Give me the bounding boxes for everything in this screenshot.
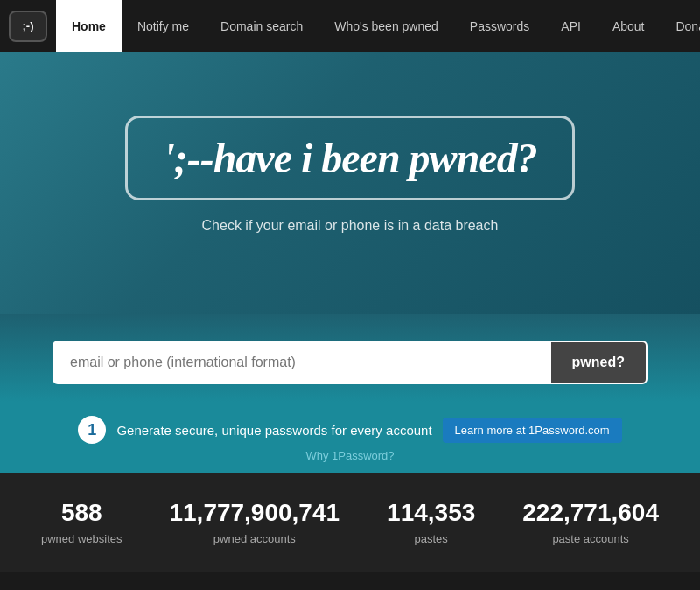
hero-title-box: ';--have i been pwned? — [125, 116, 574, 200]
onepassword-text: Generate secure, unique passwords for ev… — [116, 423, 431, 438]
nav-donate[interactable]: Donate ₿ 𝐏 — [660, 0, 700, 52]
site-logo[interactable]: ;-) — [9, 11, 47, 42]
nav-home[interactable]: Home — [56, 0, 122, 52]
stats-section: 588 pwned websites 11,777,900,741 pwned … — [0, 473, 700, 572]
breaches-section: Largest breaches 772,904,991 Collection … — [0, 572, 700, 590]
search-section: pwned? — [0, 314, 700, 402]
why-onepassword-link[interactable]: Why 1Password? — [305, 449, 394, 462]
stat-pwned-accounts: 11,777,900,741 pwned accounts — [169, 499, 340, 546]
hero-section: ';--have i been pwned? Check if your ema… — [0, 52, 700, 314]
nav-notify-me[interactable]: Notify me — [122, 0, 205, 52]
search-input[interactable] — [54, 342, 551, 383]
pwned-button[interactable]: pwned? — [551, 342, 646, 383]
stat-pwned-websites: 588 pwned websites — [41, 499, 122, 546]
hero-subtitle: Check if your email or phone is in a dat… — [202, 218, 499, 234]
nav-whos-been-pwned[interactable]: Who's been pwned — [318, 0, 454, 52]
nav-api[interactable]: API — [545, 0, 597, 52]
navigation: ;-) Home Notify me Domain search Who's b… — [0, 0, 700, 52]
nav-passwords[interactable]: Passwords — [454, 0, 545, 52]
nav-domain-search[interactable]: Domain search — [205, 0, 318, 52]
hero-title: ';--have i been pwned? — [163, 134, 536, 182]
learn-more-button[interactable]: Learn more at 1Password.com — [443, 418, 622, 443]
onepassword-icon: 1 — [78, 416, 106, 444]
onepassword-banner: 1 Generate secure, unique passwords for … — [0, 402, 700, 473]
search-bar: pwned? — [52, 341, 648, 384]
nav-items: Home Notify me Domain search Who's been … — [56, 0, 700, 52]
nav-about[interactable]: About — [597, 0, 661, 52]
stat-pastes: 114,353 pastes — [387, 499, 475, 546]
onepassword-row: 1 Generate secure, unique passwords for … — [78, 416, 621, 444]
stat-paste-accounts: 222,771,604 paste accounts — [522, 499, 659, 546]
